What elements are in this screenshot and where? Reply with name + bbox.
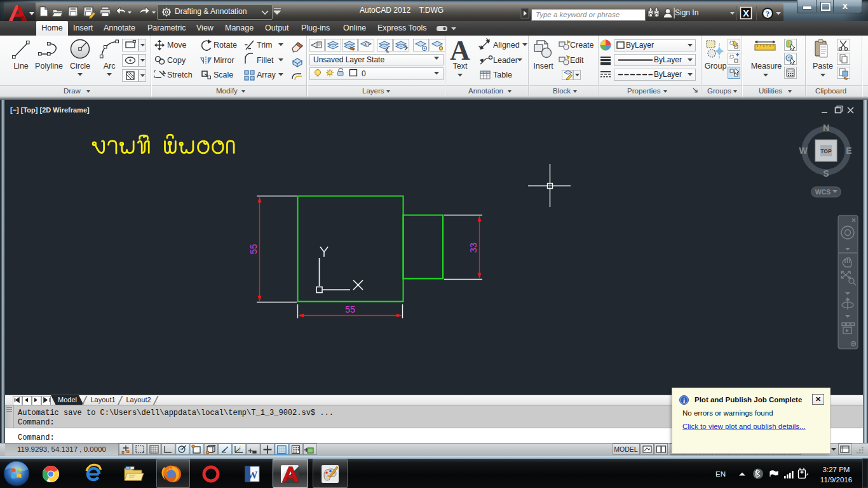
svg-text:E: E [846,146,851,156]
svg-text:55: 55 [345,304,355,315]
svg-text:i: i [683,396,685,404]
svg-text:S: S [823,168,829,179]
svg-text:A: A [450,36,470,66]
svg-text:11/9/2016: 11/9/2016 [820,476,852,484]
svg-text:W: W [799,146,808,156]
svg-text:55: 55 [248,244,259,254]
svg-text:33: 33 [468,243,478,253]
svg-text:W: W [247,469,258,481]
svg-text:WCS: WCS [815,188,831,196]
svg-text:MODEL: MODEL [614,445,638,453]
svg-text:EN: EN [715,470,726,478]
svg-text:3:27 PM: 3:27 PM [823,466,850,473]
svg-text:TOP: TOP [820,148,832,154]
svg-text:[−] [Top] [2D Wireframe]: [−] [Top] [2D Wireframe] [10,106,90,114]
svg-text:0: 0 [362,69,366,78]
svg-text:N: N [823,123,829,133]
